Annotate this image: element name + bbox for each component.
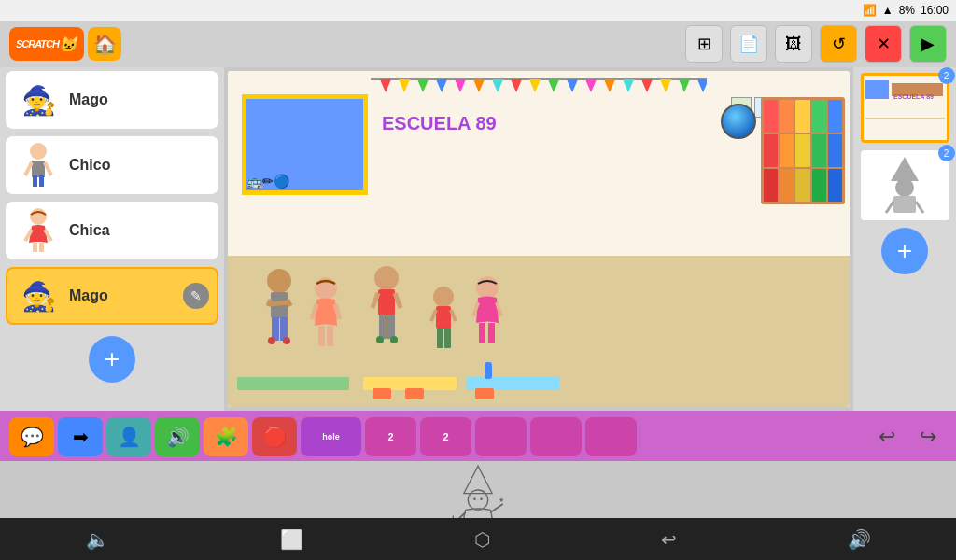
block-2a[interactable]: 2 (365, 417, 416, 456)
svg-line-33 (288, 300, 290, 306)
vol-down-button[interactable]: 🔈 (86, 528, 109, 551)
svg-line-71 (886, 202, 893, 213)
tool-blocks[interactable]: 🧩 (204, 417, 248, 456)
signal-icon: ▲ (882, 4, 893, 17)
image-button[interactable]: 🖼 (775, 25, 812, 63)
svg-point-80 (480, 497, 483, 500)
svg-point-38 (283, 337, 290, 344)
svg-marker-15 (436, 79, 447, 92)
block-2b[interactable]: 2 (420, 417, 471, 456)
svg-point-37 (268, 337, 275, 344)
svg-text:★: ★ (499, 497, 504, 504)
sprite-item-chica[interactable]: Chica (6, 202, 218, 259)
refresh-button[interactable]: ↺ (820, 25, 857, 63)
svg-marker-13 (399, 79, 410, 92)
svg-marker-24 (604, 79, 615, 92)
play-button[interactable]: ▶ (909, 25, 947, 63)
vol-up-button[interactable]: 🔊 (848, 528, 871, 551)
battery-indicator: 8% (899, 4, 915, 17)
sprite-item-chico[interactable]: Chico (6, 136, 218, 194)
stage-thumbnail[interactable]: ESCUELA 89 (861, 73, 949, 143)
svg-marker-21 (548, 79, 559, 92)
svg-point-52 (433, 287, 454, 307)
svg-marker-25 (623, 79, 634, 92)
svg-rect-67 (865, 118, 945, 119)
tool-stop[interactable]: 🛑 (252, 417, 297, 456)
svg-rect-10 (39, 243, 44, 252)
svg-marker-16 (455, 79, 466, 92)
svg-rect-56 (437, 328, 443, 348)
sprite-image-chico (15, 142, 62, 189)
recent-apps-button[interactable]: ⬜ (280, 528, 303, 551)
sprite-item-mago-1[interactable]: 🧙 Mago (6, 71, 218, 129)
svg-rect-43 (327, 326, 333, 346)
block-area: hole 2 2 (301, 417, 865, 456)
svg-marker-68 (891, 157, 919, 181)
svg-rect-9 (33, 243, 37, 252)
stage-badge: 2 (938, 67, 955, 84)
svg-rect-57 (444, 328, 451, 348)
school-title: ESCUELA 89 (382, 113, 497, 134)
svg-point-51 (390, 336, 398, 343)
tool-person[interactable]: 👤 (106, 417, 151, 456)
svg-rect-42 (318, 326, 325, 346)
svg-rect-1 (32, 161, 45, 177)
svg-line-34 (271, 302, 288, 304)
sprite-badge: 2 (938, 145, 955, 161)
tool-arrow[interactable]: ➡ (58, 417, 103, 456)
top-toolbar: SCRATCH 🐱 🏠 ⊞ 📄 🖼 ↺ ✕ ▶ (0, 21, 956, 67)
page-button[interactable]: 📄 (730, 25, 767, 63)
svg-line-3 (45, 162, 51, 175)
sprite-item-mago-active[interactable]: 🧙 Mago ✎ (6, 267, 218, 325)
svg-point-50 (376, 336, 384, 343)
block-3[interactable] (475, 417, 527, 456)
main-content: 🧙 Mago Chico (0, 67, 956, 411)
stage-area: ESCUELA 89 (224, 67, 853, 411)
sprite-name-mago: Mago (69, 91, 108, 108)
back-button[interactable]: ↩ (661, 528, 677, 551)
stop-button[interactable]: ✕ (865, 25, 902, 63)
block-hole[interactable]: hole (301, 417, 361, 456)
svg-point-6 (30, 208, 47, 225)
wifi-icon: 📶 (863, 4, 877, 17)
logo-text[interactable]: SCRATCH 🐱 (9, 27, 84, 61)
svg-rect-48 (379, 315, 387, 339)
svg-marker-17 (473, 79, 485, 92)
add-sprite-button[interactable]: + (89, 336, 135, 383)
svg-rect-61 (479, 323, 485, 343)
add-background-button[interactable]: + (881, 228, 928, 274)
svg-rect-5 (39, 175, 44, 187)
svg-rect-4 (33, 175, 37, 187)
sprite-delete-button[interactable]: ✎ (183, 283, 209, 309)
stage[interactable]: ESCUELA 89 (228, 71, 850, 407)
svg-marker-18 (492, 79, 503, 92)
sprite-image-mago-active: 🧙 (15, 273, 62, 319)
svg-line-2 (25, 162, 32, 175)
home-button[interactable]: 🏠 (88, 27, 121, 61)
svg-marker-22 (567, 79, 578, 92)
sprite-thumbnail[interactable] (861, 150, 949, 220)
clock: 16:00 (921, 4, 949, 17)
svg-point-0 (30, 143, 47, 160)
svg-point-69 (895, 178, 914, 197)
block-4[interactable] (530, 417, 582, 456)
svg-rect-70 (893, 196, 916, 213)
svg-marker-29 (697, 79, 707, 92)
sprite-image-mago: 🧙 (15, 77, 62, 123)
block-5[interactable] (585, 417, 637, 456)
tool-sound[interactable]: 🔊 (155, 417, 200, 456)
svg-line-46 (373, 293, 378, 308)
svg-line-55 (451, 310, 456, 321)
tool-chat[interactable]: 💬 (9, 417, 54, 456)
stage-thumb-image: ESCUELA 89 (864, 76, 947, 140)
sprites-panel: 🧙 Mago Chico (0, 67, 224, 411)
sprite-name-chico: Chico (69, 157, 110, 174)
status-bar: 📶 ▲ 8% 16:00 (0, 0, 956, 21)
svg-rect-64 (865, 80, 889, 99)
redo-button[interactable]: ↪ (909, 420, 947, 454)
home-nav-button[interactable]: ⬡ (474, 528, 490, 551)
undo-button[interactable]: ↩ (868, 420, 906, 454)
svg-line-47 (395, 293, 401, 308)
layout-button[interactable]: ⊞ (685, 25, 723, 63)
classroom-scene: ESCUELA 89 (228, 71, 850, 407)
